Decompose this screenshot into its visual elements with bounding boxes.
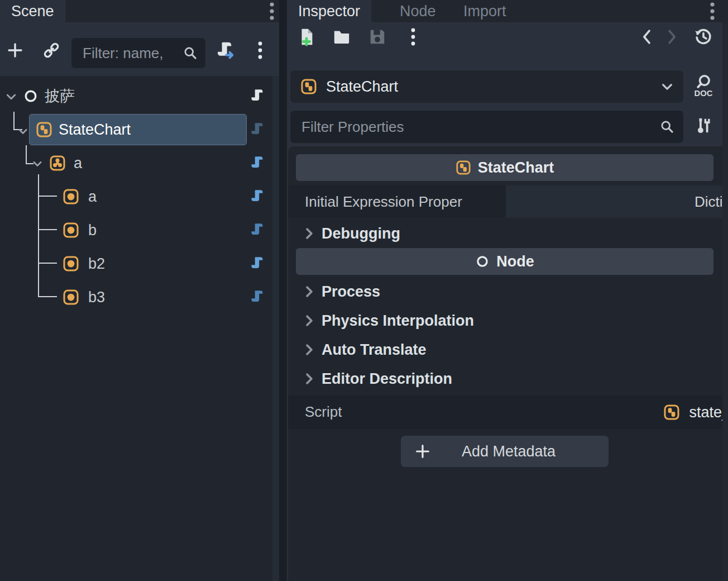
tree-node-label: b3 xyxy=(88,289,105,306)
scene-filter-field[interactable] xyxy=(71,38,205,68)
inspector-toolbar xyxy=(287,22,728,68)
chevron-down-icon xyxy=(660,79,674,94)
collapse-chevron-icon[interactable] xyxy=(17,125,29,137)
node-circle-icon xyxy=(23,88,39,104)
tab-inspector[interactable]: Inspector xyxy=(287,0,371,22)
tree-node-label: StateChart xyxy=(59,121,131,139)
tree-row-root[interactable]: 披萨 xyxy=(0,79,279,113)
property-label-cell: Initial Expression Proper xyxy=(288,185,506,218)
statechart-icon xyxy=(456,160,471,175)
doc-search-icon: DOC xyxy=(693,74,713,98)
inspector-dock-menu-button[interactable] xyxy=(700,0,725,23)
script-icon[interactable] xyxy=(250,88,266,104)
kebab-menu-icon xyxy=(257,41,264,60)
scene-scrollbar[interactable] xyxy=(272,76,279,581)
fold-chevron-icon xyxy=(305,315,314,327)
category-statechart: StateChart xyxy=(296,154,713,181)
tools-icon xyxy=(694,117,713,136)
tab-import[interactable]: Import xyxy=(452,0,518,22)
script-icon[interactable] xyxy=(250,155,266,171)
group-label: Auto Translate xyxy=(322,341,427,359)
tab-node-label: Node xyxy=(400,3,436,20)
group-debugging[interactable]: Debugging xyxy=(288,221,728,246)
open-docs-button[interactable]: DOC xyxy=(691,74,716,98)
tab-scene-label: Scene xyxy=(11,3,54,20)
tree-row-b2[interactable]: b2 xyxy=(0,247,279,280)
filter-properties-input[interactable] xyxy=(290,118,660,136)
kebab-menu-icon xyxy=(708,1,716,22)
script-icon[interactable] xyxy=(250,189,266,204)
scene-toolbar xyxy=(0,22,279,76)
tree-row-statechart[interactable]: StateChart xyxy=(0,113,279,146)
new-resource-button[interactable] xyxy=(294,25,319,49)
add-metadata-label: Add Metadata xyxy=(431,443,586,460)
collapse-chevron-icon[interactable] xyxy=(4,90,18,103)
category-node-label: Node xyxy=(496,253,534,270)
history-back-button[interactable] xyxy=(634,25,659,49)
statechart-icon xyxy=(300,78,317,95)
tree-node-label: 披萨 xyxy=(45,86,75,106)
atomic-state-icon xyxy=(63,255,79,272)
plus-icon xyxy=(6,41,24,59)
atomic-state-icon xyxy=(63,188,79,205)
dock-divider[interactable] xyxy=(279,0,287,581)
add-node-button[interactable] xyxy=(3,38,27,63)
resource-menu-button[interactable] xyxy=(401,25,425,49)
link-icon xyxy=(42,41,60,59)
tab-node[interactable]: Node xyxy=(389,0,447,22)
add-metadata-button[interactable]: Add Metadata xyxy=(401,436,609,467)
compound-state-icon xyxy=(49,155,66,172)
script-icon[interactable] xyxy=(250,289,266,305)
tree-row-b3[interactable]: b3 xyxy=(0,280,279,314)
load-resource-button[interactable] xyxy=(329,25,354,49)
scene-tree-menu-button[interactable] xyxy=(248,38,272,63)
group-process[interactable]: Process xyxy=(288,279,728,304)
chevron-right-icon xyxy=(666,28,678,45)
history-button[interactable] xyxy=(691,25,716,49)
script-resource-button[interactable]: state_chart.gd xyxy=(509,396,728,429)
property-row-script: Script state_chart.gd xyxy=(288,396,728,429)
tree-row-compound-a[interactable]: a xyxy=(0,146,279,180)
attach-script-icon xyxy=(216,41,235,60)
collapse-chevron-icon[interactable] xyxy=(31,158,44,170)
fold-chevron-icon xyxy=(305,344,314,356)
script-icon[interactable] xyxy=(250,256,266,272)
node-circle-icon xyxy=(475,254,490,269)
save-resource-button[interactable] xyxy=(365,25,390,49)
scene-filter-input[interactable] xyxy=(71,45,183,62)
category-statechart-label: StateChart xyxy=(478,159,554,177)
new-resource-icon xyxy=(297,27,316,46)
instance-scene-button[interactable] xyxy=(39,38,64,63)
statechart-icon xyxy=(36,121,52,138)
attach-script-button[interactable] xyxy=(213,38,238,63)
script-icon[interactable] xyxy=(250,222,266,238)
group-auto-translate[interactable]: Auto Translate xyxy=(288,337,728,362)
script-icon[interactable] xyxy=(250,122,266,137)
tree-node-label: a xyxy=(88,188,97,206)
plus-icon xyxy=(414,443,431,460)
property-label: Initial Expression Proper xyxy=(305,193,462,211)
kebab-menu-icon xyxy=(410,27,416,46)
history-clock-icon xyxy=(694,27,713,46)
node-selector[interactable]: StateChart xyxy=(290,70,683,103)
tree-row-a[interactable]: a xyxy=(0,180,279,213)
group-label: Process xyxy=(322,283,380,301)
history-forward-button[interactable] xyxy=(660,25,684,49)
group-editor-description[interactable]: Editor Description xyxy=(288,366,728,391)
property-row-initial-expression: Initial Expression Proper Dictionary (si… xyxy=(288,185,728,218)
fold-chevron-icon xyxy=(305,373,314,385)
inspector-tab-strip: Inspector Node Import xyxy=(287,0,728,22)
dictionary-editor-button[interactable]: Dictionary (size 0) xyxy=(506,185,728,218)
property-tools-button[interactable] xyxy=(691,114,716,139)
tab-inspector-label: Inspector xyxy=(298,3,360,20)
filter-properties-field[interactable] xyxy=(290,111,683,143)
tree-row-b[interactable]: b xyxy=(0,213,279,247)
group-physics-interpolation[interactable]: Physics Interpolation xyxy=(288,308,728,333)
godot-editor: Scene xyxy=(0,0,728,581)
node-selector-label: StateChart xyxy=(326,78,660,96)
tree-node-label: a xyxy=(74,155,82,172)
chevron-left-icon xyxy=(640,28,653,45)
tab-scene[interactable]: Scene xyxy=(0,0,65,22)
fold-chevron-icon xyxy=(305,227,314,240)
inspector-scrollbar[interactable] xyxy=(722,22,728,581)
